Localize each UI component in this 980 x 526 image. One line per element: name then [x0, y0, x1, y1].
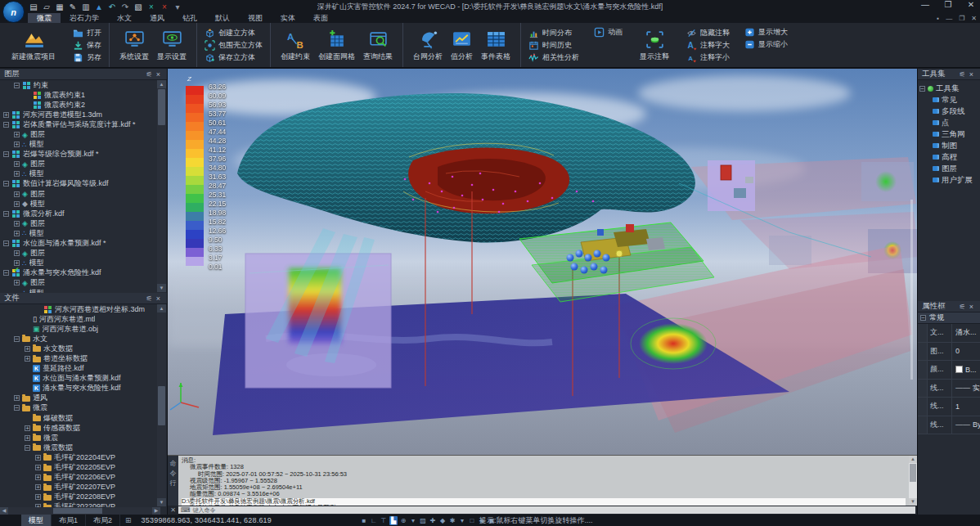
layer-tree-item[interactable]: +◈图层 — [0, 129, 157, 139]
menu-tab-岩石力学[interactable]: 岩石力学 — [61, 13, 108, 23]
layer-tree-item[interactable]: +∴模型 — [0, 228, 157, 238]
collapse-icon[interactable]: − — [920, 315, 926, 321]
status-toggle-icon[interactable]: ▾ — [409, 516, 417, 525]
network-analysis-button[interactable]: 台网分析 — [409, 28, 447, 63]
menu-tab-表面[interactable]: 表面 — [304, 13, 337, 23]
layers-scrollbar[interactable]: ▲ ▼ — [157, 80, 166, 292]
file-tree-item[interactable]: +毛坪矿202207EVP — [0, 483, 157, 492]
expand-toggle-icon[interactable]: + — [35, 465, 41, 470]
expand-toggle-icon[interactable]: + — [25, 346, 30, 352]
file-tree-item[interactable]: +通风 — [0, 393, 157, 403]
expand-toggle-icon[interactable]: − — [3, 211, 9, 217]
doc-pin-icon[interactable]: ▪ — [937, 15, 939, 22]
layer-tree-item[interactable]: −岩体质量评估与采场宽度计算.kdf * — [0, 119, 157, 129]
display-bigger-button[interactable]: 显示增大 — [743, 27, 789, 38]
pin-icon[interactable]: ⚟ — [958, 303, 967, 311]
cube-save-button[interactable]: 保存立方体 — [203, 52, 264, 63]
toolset-item-常见[interactable]: 常见 — [919, 94, 980, 106]
menu-tab-钻孔[interactable]: 钻孔 — [173, 13, 206, 23]
file-tree-item[interactable]: −水文 — [0, 334, 157, 344]
cube-create-button[interactable]: 创建立方体 — [203, 28, 264, 38]
undo-icon[interactable]: ↶ — [106, 2, 118, 12]
layer-tree-item[interactable]: −微震分析.kdf — [0, 209, 157, 218]
toolset-item-用户扩展[interactable]: 用户扩展 — [919, 174, 980, 186]
layer-tree-item[interactable]: +∴模型 — [0, 169, 157, 179]
event-table-button[interactable]: 事件表格 — [477, 28, 515, 63]
print-icon[interactable]: ▥ — [80, 2, 92, 12]
file-tree-item[interactable]: K涌水量与突水危险性.kdf — [0, 384, 157, 393]
layout-tab-布局2[interactable]: 布局2 — [86, 515, 120, 526]
status-toggle-icon[interactable]: ∟ — [370, 516, 378, 525]
status-toggle-icon[interactable]: ▙ — [389, 516, 398, 525]
property-row[interactable]: 图...0 — [918, 343, 980, 362]
layer-tree-item[interactable]: +∴模型 — [0, 140, 157, 150]
file-tree-item[interactable]: +毛坪矿202205EVP — [0, 463, 157, 473]
font-bigger-button[interactable]: A注释字大 — [685, 40, 731, 51]
constraint-ab-button[interactable]: AB创建约束 — [276, 28, 314, 63]
expand-toggle-icon[interactable]: + — [14, 142, 20, 147]
save-as-button[interactable]: 另存 — [71, 52, 103, 63]
toolset-root[interactable]: −工具集 — [919, 83, 980, 94]
property-row[interactable]: 颜...B... — [918, 361, 980, 380]
maximize-button[interactable]: ❐ — [942, 0, 954, 9]
expand-toggle-icon[interactable]: + — [14, 191, 20, 197]
command-close-button[interactable]: ✕ — [168, 506, 178, 514]
expand-toggle-icon[interactable]: − — [3, 270, 9, 276]
scroll-down-icon[interactable]: ▼ — [909, 498, 917, 506]
property-row[interactable]: 文...涌水... — [918, 324, 980, 343]
display-smaller-button[interactable]: 显示缩小 — [743, 39, 789, 50]
layer-tree-item[interactable]: −水位面与涌水量预测.kdf * — [0, 239, 157, 249]
command-input[interactable]: ⌨ 键入命令 — [178, 506, 915, 514]
expand-toggle-icon[interactable]: + — [3, 112, 9, 118]
expand-toggle-icon[interactable]: + — [14, 161, 20, 167]
save-file-icon[interactable]: ▦ — [54, 2, 65, 12]
expand-toggle-icon[interactable]: + — [35, 494, 41, 500]
layout-tab-布局1[interactable]: 布局1 — [52, 515, 86, 526]
status-toggle-icon[interactable]: ⊕ — [399, 516, 407, 525]
expand-toggle-icon[interactable]: − — [14, 336, 20, 342]
cube-icon[interactable]: ▧ — [133, 2, 144, 12]
doc-close-button[interactable]: ✕ — [971, 15, 977, 22]
menu-tab-微震[interactable]: 微震 — [28, 13, 61, 23]
layer-tree-item[interactable]: 微震表约束2 — [0, 100, 157, 110]
menu-tab-默认[interactable]: 默认 — [206, 13, 239, 23]
file-tree-item[interactable]: +传感器数据 — [0, 423, 157, 433]
file-tree-item[interactable]: ▯河西河东巷道.mtl — [0, 314, 157, 324]
layer-tree-item[interactable]: −涌水量与突水危险性.kdf — [0, 268, 157, 278]
pin-icon[interactable]: ⚟ — [145, 70, 154, 79]
expand-toggle-icon[interactable]: + — [25, 425, 30, 431]
scroll-down-icon[interactable]: ▼ — [157, 284, 166, 292]
file-tree-item[interactable]: 爆破数据 — [0, 413, 157, 423]
expand-toggle-icon[interactable]: + — [14, 250, 20, 256]
open-button[interactable]: 打开 — [71, 28, 103, 38]
expand-toggle-icon[interactable]: − — [14, 83, 20, 88]
expand-toggle-icon[interactable]: + — [25, 435, 30, 441]
new-project-button[interactable]: 新建微震项目 — [7, 28, 60, 63]
toolset-item-三角网[interactable]: 三角网 — [919, 128, 980, 140]
close-red-icon[interactable]: × — [159, 2, 170, 12]
layer-tree-item[interactable]: −数值计算岩爆风险等级.kdf — [0, 179, 157, 189]
expand-toggle-icon[interactable]: + — [14, 171, 20, 177]
file-tree-item[interactable]: +水文数据 — [0, 344, 157, 353]
console-scrollbar[interactable]: ▲ ▼ — [909, 456, 917, 506]
layer-tree-item[interactable]: +◈图层 — [0, 249, 157, 259]
file-tree-item[interactable]: −微震数据 — [0, 443, 157, 452]
close-icon[interactable]: × — [967, 303, 976, 311]
animation-button[interactable]: 动画 — [592, 27, 624, 38]
edit-icon[interactable]: ✎ — [67, 2, 79, 12]
layer-tree-item[interactable]: +∴模型 — [0, 259, 157, 268]
new-layout-icon[interactable]: ⊞ — [120, 516, 137, 524]
expand-toggle-icon[interactable]: + — [35, 455, 41, 461]
expand-toggle-icon[interactable]: + — [14, 395, 20, 401]
menu-tab-实体[interactable]: 实体 — [272, 13, 304, 23]
expand-toggle-icon[interactable]: + — [25, 356, 30, 362]
toolset-item-多段线[interactable]: 多段线 — [919, 106, 980, 117]
layer-tree-item[interactable]: +◈图层 — [0, 189, 157, 199]
redo-icon[interactable]: ↷ — [119, 2, 131, 12]
app-logo-icon[interactable]: n — [2, 1, 25, 23]
scroll-down-icon[interactable]: ▼ — [157, 498, 166, 506]
save-button[interactable]: 保存 — [71, 40, 103, 51]
hide-annotation-button[interactable]: 隐藏注释 — [685, 28, 731, 38]
display-settings-button[interactable]: 显示设置 — [153, 28, 191, 63]
expand-toggle-icon[interactable]: − — [919, 86, 925, 92]
